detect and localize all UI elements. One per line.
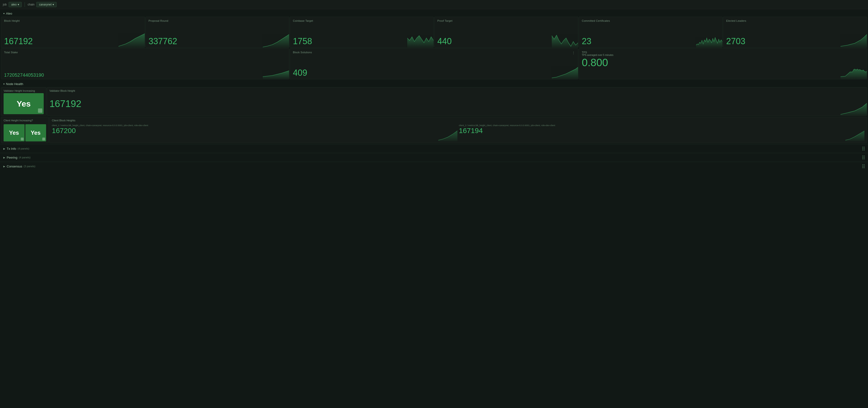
block-height-chart: [119, 33, 145, 48]
client-height-title: Client Height Increasing?: [4, 119, 46, 122]
client-height-inner: Yes Yes: [4, 124, 46, 142]
aleo-section-header[interactable]: ▾ Aleo: [0, 9, 868, 17]
client-block-chart-2: [845, 129, 864, 142]
client-height-yes-1: Yes: [4, 124, 25, 142]
peering-title: Peering: [7, 156, 18, 159]
svg-marker-1: [263, 34, 289, 48]
tx-info-dots: [862, 147, 865, 151]
consensus-title: Consensus: [7, 165, 22, 168]
aleo-chevron: ▾: [3, 12, 4, 15]
svg-marker-9: [840, 103, 867, 116]
validator-block-value: 167192: [50, 93, 864, 114]
total-stake-value: 172052744053190: [4, 72, 286, 77]
client-height-indicator-1: [21, 137, 24, 140]
client-block-item-2: client_2 / metrics.blk_height_client, ch…: [459, 124, 864, 142]
committed-certs-chart: [696, 33, 722, 48]
client-block-inner: client_1 / metrics.blk_height_client, ch…: [52, 124, 864, 142]
svg-marker-8: [840, 69, 867, 79]
block-height-title: Block Height: [4, 19, 142, 22]
client-block-chart-1: [438, 129, 457, 142]
proof-target-title: Proof Target: [437, 19, 575, 22]
node-health-section-header[interactable]: ▾ Node Health: [0, 80, 868, 87]
validator-height-yes-text: Yes: [17, 99, 31, 108]
peering-dots: [862, 156, 865, 159]
validator-height-title: Validator Height Increasing: [4, 89, 44, 92]
aleo-title: Aleo: [6, 12, 12, 15]
aleo-row2: Total Stake 172052744053190 Block Soluti…: [0, 48, 868, 79]
client-block-card: Client Block Heights client_1 / metrics.…: [49, 117, 867, 143]
block-solutions-value: 409: [293, 68, 575, 77]
validator-height-indicator: [38, 108, 42, 113]
tps-card: TPS TPS averaged over 5 minutes 0.800: [579, 48, 867, 79]
total-stake-chart: [263, 65, 289, 79]
chain-selector[interactable]: canarynet ▾: [36, 2, 57, 7]
aleo-row1: Block Height 167192 Proposal Round 33776…: [0, 17, 868, 48]
elected-leaders-chart: [840, 33, 867, 48]
committed-certs-card: Committed Certificates 23: [579, 17, 723, 48]
client-height-card: Client Height Increasing? Yes Yes: [1, 117, 49, 143]
client-height-yes-2-text: Yes: [31, 129, 41, 136]
job-selector[interactable]: aleo ▾: [9, 2, 22, 7]
client-height-indicator-2: [42, 137, 45, 140]
tx-info-section[interactable]: ▶ Tx Info (4 panels): [0, 144, 868, 153]
chain-label: chain: [28, 3, 35, 6]
node-health-title: Node Health: [6, 82, 23, 86]
tps-chart: [840, 65, 867, 79]
tx-info-chevron: ▶: [3, 147, 5, 150]
peering-chevron: ▶: [3, 156, 5, 159]
tps-subtitle: TPS averaged over 5 minutes: [582, 54, 864, 56]
svg-marker-3: [552, 35, 578, 48]
proposal-round-chart: [263, 33, 289, 48]
tps-value: 0.800: [582, 57, 864, 68]
client-block-label-2: client_2 / metrics.blk_height_client, ch…: [459, 124, 864, 127]
consensus-count: (3 panels): [24, 165, 35, 168]
coinbase-target-title: Coinbase Target: [293, 19, 431, 22]
client-block-label-1: client_1 / metrics.blk_height_client, ch…: [52, 124, 457, 127]
tps-title: TPS: [582, 51, 864, 54]
client-block-item-1: client_1 / metrics.blk_height_client, ch…: [52, 124, 457, 142]
node-health-row1: Validator Height Increasing Yes Validato…: [0, 87, 868, 116]
topbar-divider: [25, 2, 25, 7]
committed-certs-title: Committed Certificates: [582, 19, 720, 22]
peering-count: (4 panels): [19, 156, 31, 159]
block-solutions-card: Block Solutions ⋮ 409: [290, 48, 578, 79]
client-block-value-1: 167200: [52, 127, 457, 134]
proof-target-chart: [552, 33, 578, 48]
coinbase-target-chart: [407, 33, 434, 48]
total-stake-title: Total Stake: [4, 51, 286, 54]
block-height-card: Block Height 167192: [1, 17, 145, 48]
peering-section[interactable]: ▶ Peering (4 panels): [0, 153, 868, 162]
proposal-round-title: Proposal Round: [149, 19, 286, 22]
job-label: job: [3, 3, 7, 6]
validator-block-title: Validator Block Height: [50, 89, 864, 92]
total-stake-card: Total Stake 172052744053190: [1, 48, 289, 79]
consensus-chevron: ▶: [3, 165, 5, 168]
tx-info-title: Tx Info: [7, 147, 16, 151]
tx-info-count: (4 panels): [18, 147, 29, 150]
block-solutions-chart: [552, 65, 578, 79]
validator-block-chart: [840, 101, 867, 116]
consensus-section[interactable]: ▶ Consensus (3 panels): [0, 162, 868, 170]
consensus-dots: [862, 164, 865, 168]
svg-marker-10: [438, 131, 457, 142]
validator-block-card: Validator Block Height 167192: [47, 87, 867, 116]
validator-height-card: Validator Height Increasing Yes: [1, 87, 46, 116]
client-height-yes-2: Yes: [25, 124, 46, 142]
client-height-yes-1-text: Yes: [9, 129, 19, 136]
coinbase-target-card: Coinbase Target 1758: [290, 17, 434, 48]
elected-leaders-card: Elected Leaders 2703: [723, 17, 867, 48]
validator-height-yes: Yes: [4, 93, 44, 114]
elected-leaders-title: Elected Leaders: [726, 19, 864, 22]
block-solutions-title: Block Solutions: [293, 51, 575, 54]
node-health-chevron: ▾: [3, 83, 4, 85]
client-block-title: Client Block Heights: [52, 119, 864, 122]
proof-target-card: Proof Target 440: [434, 17, 578, 48]
node-health-row2: Client Height Increasing? Yes Yes Client…: [0, 116, 868, 144]
client-block-value-2: 167194: [459, 127, 864, 134]
topbar: job aleo ▾ chain canarynet ▾: [0, 0, 868, 9]
block-solutions-options[interactable]: ⋮: [571, 51, 576, 55]
proposal-round-card: Proposal Round 337762: [146, 17, 289, 48]
